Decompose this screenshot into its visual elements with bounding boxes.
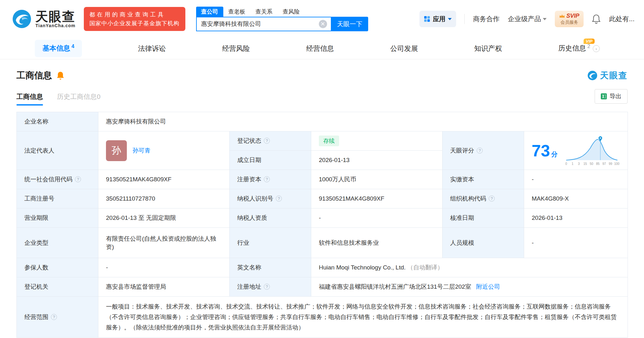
- divider: [464, 14, 465, 24]
- score-label: 天眼评分?: [443, 131, 524, 170]
- reg-status-value: 存续: [311, 131, 443, 151]
- reg-number-value: 350521110727870: [98, 189, 230, 208]
- credit-code-value: 91350521MAK4G809XF: [98, 170, 230, 189]
- promo-badge: 都在用的商业查询工具 国家中小企业发展子基金旗下机构: [84, 7, 185, 31]
- table-row: 参保人数 - 英文名称 Huian Moqi Technology Co., L…: [17, 258, 628, 277]
- reg-address-value: 福建省惠安县螺阳镇洋坑村五洲广场北区131号二层202室 附近公司: [311, 277, 628, 297]
- help-icon[interactable]: ?: [264, 138, 270, 144]
- clear-icon[interactable]: ✕: [319, 20, 327, 28]
- crown-icon: [559, 14, 565, 18]
- tab-intellectual-property[interactable]: 知识产权: [474, 44, 502, 53]
- tab-operation-risk[interactable]: 经营风险: [222, 44, 250, 53]
- search-tab-risk[interactable]: 查风险: [278, 7, 305, 17]
- enterprise-link[interactable]: 企业级产品: [508, 15, 547, 23]
- company-name-value: 惠安摩骑科技有限公司: [98, 112, 628, 131]
- svg-text:100: 100: [614, 162, 620, 166]
- cooperation-link[interactable]: 商务合作: [473, 15, 499, 23]
- tab-label: 基本信息: [42, 45, 70, 52]
- avatar[interactable]: 孙: [106, 140, 127, 161]
- english-name-value: Huian Moqi Technology Co., Ltd. （自动翻译）: [311, 258, 628, 277]
- tab-history-info[interactable]: VIP 历史信息2›: [558, 44, 600, 53]
- tab-operation-info[interactable]: 经营信息: [306, 44, 334, 53]
- search-box: ✕: [196, 17, 331, 31]
- reg-capital-label: 注册资本?: [230, 170, 311, 189]
- legal-rep-value: 孙 孙可青: [98, 131, 230, 170]
- brand-name: 天眼查: [35, 10, 76, 23]
- svip-badge[interactable]: SVIP 会员服务: [555, 11, 584, 27]
- help-icon[interactable]: ?: [75, 176, 81, 182]
- legal-rep-link[interactable]: 孙可青: [133, 147, 151, 155]
- subtab-history-business-info[interactable]: 历史工商信息0: [57, 92, 101, 106]
- svg-text:97: 97: [602, 162, 606, 166]
- nearby-companies-link[interactable]: 附近公司: [476, 283, 500, 290]
- tab-label: 经营信息: [306, 45, 334, 52]
- brand-logo-icon: [12, 9, 32, 29]
- taxpayer-id-value: 91350521MAK4G809XF: [311, 189, 443, 208]
- tyc-logo-icon: [587, 70, 598, 81]
- table-row: 经营范围? 一般项目：技术服务、技术开发、技术咨询、技术交流、技术转让、技术推广…: [17, 297, 628, 338]
- table-row: 企业名称 惠安摩骑科技有限公司: [17, 112, 628, 131]
- score-value: 73分 0 1 3 15 50: [524, 131, 628, 170]
- apps-grid-icon: [424, 16, 430, 22]
- search-tab-company[interactable]: 查公司: [196, 7, 223, 17]
- search-button[interactable]: 天眼一下: [331, 17, 368, 31]
- subscribe-bell-icon[interactable]: [56, 71, 65, 80]
- search-tab-relation[interactable]: 查关系: [251, 7, 278, 17]
- table-row: 登记机关 惠安县市场监督管理局 注册地址? 福建省惠安县螺阳镇洋坑村五洲广场北区…: [17, 277, 628, 297]
- paid-capital-label: 实缴资本: [443, 170, 524, 189]
- approval-date-value: 2026-01-13: [524, 208, 628, 228]
- tab-label: 历史信息: [558, 45, 586, 52]
- tyc-logo-text: 天眼查: [600, 70, 628, 81]
- search-input[interactable]: [197, 21, 319, 27]
- search-tab-boss[interactable]: 查老板: [223, 7, 251, 17]
- tab-label: 经营风险: [222, 45, 250, 52]
- tab-badge: 4: [71, 44, 74, 49]
- tab-label: 知识产权: [474, 45, 502, 52]
- notification-bell-icon[interactable]: [592, 14, 601, 24]
- promo-line1: 都在用的商业查询工具: [90, 10, 180, 19]
- apps-button[interactable]: 应用: [419, 11, 456, 27]
- help-icon[interactable]: ?: [264, 284, 270, 290]
- tab-badge: 2: [587, 44, 590, 49]
- table-row: 营业期限 2026-01-13 至 无固定期限 纳税人资质 - 核准日期 202…: [17, 208, 628, 228]
- brand-logo[interactable]: 天眼查 TianYanCha.com: [12, 9, 76, 29]
- org-code-label: 组织机构代码?: [443, 189, 524, 208]
- svg-text:1: 1: [572, 162, 573, 166]
- help-icon[interactable]: ?: [276, 196, 282, 202]
- header-right: 应用 商务合作 企业级产品 SVIP 会员服务 此处有...: [419, 0, 635, 38]
- more-menu[interactable]: 此处有...: [609, 15, 635, 23]
- paid-capital-value: -: [524, 170, 628, 189]
- help-icon[interactable]: ?: [264, 176, 270, 182]
- business-term-label: 营业期限: [17, 208, 98, 228]
- insured-count-value: -: [98, 258, 230, 277]
- business-info-table: 企业名称 惠安摩骑科技有限公司 法定代表人 孙 孙可青 登记状态? 存续 天眼评…: [16, 112, 628, 338]
- caret-down-icon: [543, 18, 547, 20]
- reg-capital-value: 1000万人民币: [311, 170, 443, 189]
- approval-date-label: 核准日期: [443, 208, 524, 228]
- svg-text:99: 99: [609, 162, 612, 166]
- help-icon[interactable]: ?: [51, 314, 57, 320]
- taxpayer-quality-value: -: [311, 208, 443, 228]
- subtab-business-info[interactable]: 工商信息: [16, 92, 43, 106]
- establish-date-value: 2026-01-13: [311, 151, 443, 170]
- legal-rep-label: 法定代表人: [17, 131, 98, 170]
- svip-subtitle: 会员服务: [559, 20, 579, 25]
- reg-address-label: 注册地址?: [230, 277, 311, 297]
- tab-company-development[interactable]: 公司发展: [390, 44, 418, 53]
- insured-count-label: 参保人数: [17, 258, 98, 277]
- score-number[interactable]: 73分: [532, 141, 558, 160]
- help-icon[interactable]: ?: [477, 148, 483, 154]
- enterprise-label: 企业级产品: [508, 15, 541, 23]
- help-icon[interactable]: ?: [489, 196, 495, 202]
- tab-basic-info[interactable]: 基本信息4: [35, 40, 82, 57]
- main-content: 工商信息 天眼查 工商信息 历史工商信息0 导出: [0, 69, 644, 338]
- svip-title: SVIP: [566, 13, 579, 19]
- export-button[interactable]: 导出: [595, 89, 628, 104]
- svg-text:50: 50: [590, 162, 593, 166]
- svg-text:85: 85: [596, 162, 600, 166]
- business-scope-label: 经营范围?: [17, 297, 98, 338]
- tab-legal-litigation[interactable]: 法律诉讼: [138, 44, 166, 53]
- auto-translate-note: （自动翻译）: [407, 264, 443, 271]
- svg-text:0: 0: [565, 162, 567, 166]
- tab-label: 公司发展: [390, 45, 418, 52]
